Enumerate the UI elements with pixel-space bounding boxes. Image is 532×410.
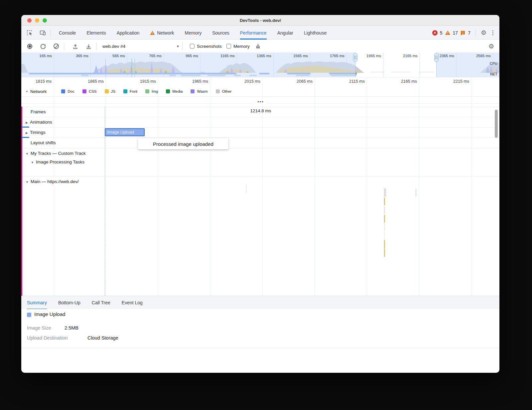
marker-tooltip: Processed image uploaded bbox=[138, 138, 228, 150]
screenshots-label: Screenshots bbox=[197, 44, 222, 49]
doc-color-swatch bbox=[61, 89, 65, 93]
capture-settings-gear-icon[interactable]: ⚙ bbox=[488, 43, 494, 50]
track-my-tracks[interactable]: ▼My Tracks — Custom Track bbox=[26, 148, 86, 158]
reload-and-record-icon[interactable] bbox=[38, 41, 48, 51]
screenshots-checkbox-group[interactable]: Screenshots bbox=[190, 44, 222, 49]
flame-sliver bbox=[384, 198, 385, 205]
divider bbox=[475, 29, 476, 37]
overview-time-label: 565 ms bbox=[92, 54, 125, 58]
warning-count: 17 bbox=[453, 30, 458, 36]
legend-item-wasm: Wasm bbox=[191, 89, 207, 93]
warning-icon[interactable] bbox=[445, 30, 451, 35]
tab-console[interactable]: Console bbox=[59, 26, 76, 40]
gridline bbox=[419, 77, 419, 296]
tab-performance[interactable]: Performance bbox=[240, 26, 267, 40]
overview-time-label: 1365 ms bbox=[238, 54, 271, 58]
record-icon[interactable] bbox=[25, 41, 35, 51]
media-color-swatch bbox=[166, 89, 170, 93]
track-frames-label[interactable]: Frames bbox=[31, 107, 46, 117]
selection-right-handle[interactable] bbox=[434, 53, 439, 62]
device-toolbar-icon[interactable] bbox=[37, 28, 48, 38]
overview-time-label: 765 ms bbox=[128, 54, 162, 58]
collect-garbage-icon[interactable] bbox=[253, 41, 263, 51]
overview-time-label: 2165 ms bbox=[384, 54, 418, 58]
overview-time-label: 1165 ms bbox=[201, 54, 235, 58]
maximize-window-button[interactable] bbox=[43, 18, 47, 23]
download-profile-icon[interactable] bbox=[83, 41, 93, 51]
summary-row-label: Upload Destination bbox=[27, 335, 68, 341]
separator bbox=[21, 176, 499, 176]
ruler-label: 1815 ms bbox=[21, 79, 52, 84]
timeline-overview[interactable]: 165 ms 365 ms 565 ms 765 ms 965 ms 1165 … bbox=[21, 52, 499, 77]
tab-network-label: Network bbox=[157, 30, 174, 36]
ruler-label: 1865 ms bbox=[69, 79, 104, 84]
timings-selection-tick bbox=[21, 137, 29, 138]
tab-application[interactable]: Application bbox=[117, 26, 140, 40]
screenshots-checkbox[interactable] bbox=[190, 44, 195, 49]
network-track-label: Network bbox=[30, 89, 47, 94]
collapse-arrow-icon[interactable]: ▼ bbox=[26, 90, 28, 93]
vertical-scrollbar[interactable] bbox=[495, 110, 498, 138]
gridline bbox=[315, 77, 315, 296]
console-badges: × 5 17 7 ⚙ ⋮ bbox=[432, 29, 499, 37]
timing-marker-image-upload[interactable]: Image Upload bbox=[105, 128, 145, 136]
gridline bbox=[367, 77, 367, 296]
img-color-swatch bbox=[145, 89, 149, 93]
panel-resize-handle[interactable]: ••• bbox=[254, 99, 267, 104]
track-image-processing-tasks[interactable]: ▼Image Processing Tasks bbox=[31, 158, 84, 166]
track-animations[interactable]: ▶Animations bbox=[26, 117, 52, 127]
tab-network[interactable]: Network bbox=[150, 26, 174, 40]
legend-item-img: Img bbox=[145, 89, 158, 93]
network-track-header[interactable]: ▼ Network Doc CSS JS Font Img Media Wasm… bbox=[21, 87, 499, 96]
inspect-element-icon[interactable] bbox=[24, 28, 35, 38]
issues-icon[interactable] bbox=[460, 30, 466, 36]
legend-item-doc: Doc bbox=[61, 89, 74, 93]
selection-left-handle[interactable] bbox=[353, 53, 357, 62]
collapse-arrow-icon[interactable]: ▼ bbox=[31, 161, 34, 164]
ruler-label: 2115 ms bbox=[330, 79, 365, 84]
tab-memory[interactable]: Memory bbox=[185, 26, 202, 40]
memory-checkbox-group[interactable]: Memory bbox=[226, 44, 250, 49]
separator bbox=[21, 117, 499, 117]
tab-event-log[interactable]: Event Log bbox=[122, 296, 143, 309]
css-color-swatch bbox=[82, 89, 86, 93]
profile-select[interactable]: web.dev #4 ▼ bbox=[102, 44, 180, 49]
marker-color-swatch bbox=[27, 313, 31, 317]
summary-row-value: Cloud Storage bbox=[87, 335, 118, 341]
track-timings[interactable]: ▶Timings bbox=[26, 127, 46, 138]
tab-lighthouse[interactable]: Lighthouse bbox=[304, 26, 327, 40]
minimize-window-button[interactable] bbox=[35, 18, 39, 23]
legend-item-css: CSS bbox=[82, 89, 97, 93]
divider bbox=[51, 29, 51, 37]
network-legend: Doc CSS JS Font Img Media Wasm Other bbox=[61, 89, 239, 93]
tab-elements[interactable]: Elements bbox=[86, 26, 106, 40]
clear-icon[interactable] bbox=[51, 41, 61, 51]
ruler-label: 2065 ms bbox=[278, 79, 313, 84]
tab-call-tree[interactable]: Call Tree bbox=[92, 296, 110, 309]
legend-item-font: Font bbox=[123, 89, 137, 93]
settings-gear-icon[interactable]: ⚙ bbox=[481, 30, 486, 36]
legend-item-js: JS bbox=[105, 89, 115, 93]
collapse-arrow-icon[interactable]: ▼ bbox=[26, 180, 29, 184]
close-window-button[interactable] bbox=[27, 18, 32, 23]
tab-angular[interactable]: Angular bbox=[277, 26, 293, 40]
expand-arrow-icon[interactable]: ▶ bbox=[26, 131, 28, 135]
summary-row-label: Image Size bbox=[27, 325, 51, 331]
overview-time-label: 1965 ms bbox=[348, 54, 381, 58]
overview-time-label: 2565 ms bbox=[458, 54, 491, 58]
collapse-arrow-icon[interactable]: ▼ bbox=[26, 152, 29, 155]
tab-sources[interactable]: Sources bbox=[212, 26, 229, 40]
tab-bottom-up[interactable]: Bottom-Up bbox=[58, 296, 80, 309]
separator bbox=[21, 107, 499, 107]
expand-arrow-icon[interactable]: ▶ bbox=[26, 121, 28, 124]
error-icon[interactable]: × bbox=[432, 30, 438, 36]
flame-sliver bbox=[384, 188, 385, 197]
more-options-kebab-icon[interactable]: ⋮ bbox=[489, 29, 497, 36]
track-main[interactable]: ▼Main — https://web.dev/ bbox=[26, 176, 79, 187]
upload-profile-icon[interactable] bbox=[70, 41, 80, 51]
overview-time-label: 965 ms bbox=[165, 54, 198, 58]
memory-checkbox[interactable] bbox=[226, 44, 231, 49]
track-layout-shifts-label[interactable]: Layout shifts bbox=[31, 138, 56, 148]
tab-summary[interactable]: Summary bbox=[27, 296, 47, 309]
separator bbox=[21, 127, 499, 128]
